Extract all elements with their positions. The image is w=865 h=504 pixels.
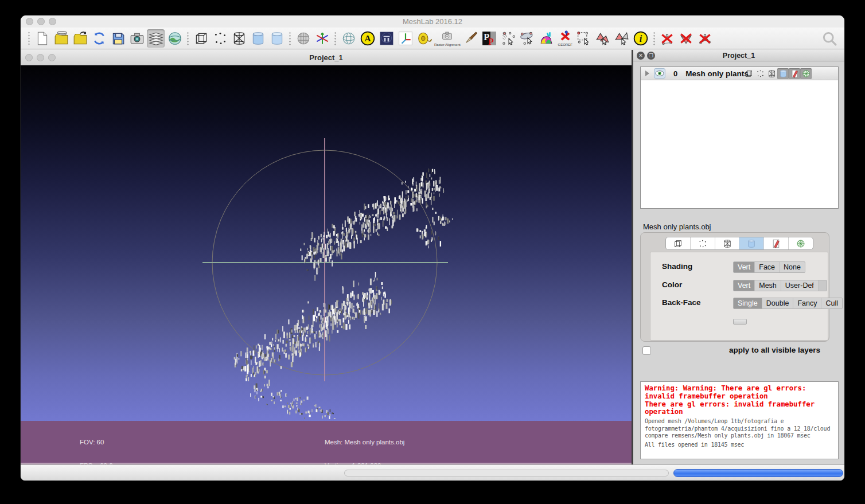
- raster-alignment-button[interactable]: Raster Alignment: [434, 29, 461, 48]
- delete-selection-button[interactable]: [696, 29, 714, 48]
- texture-mode-button[interactable]: [294, 29, 312, 48]
- layer-name: Mesh only plants: [685, 69, 749, 78]
- smooth-render-button[interactable]: [268, 29, 286, 48]
- axes-toggle-button[interactable]: [313, 29, 331, 48]
- points-render-button[interactable]: [211, 29, 229, 48]
- show-layer-dialog-button[interactable]: [147, 29, 165, 48]
- toolbar-separator: [289, 32, 291, 45]
- new-document-button[interactable]: [33, 29, 51, 48]
- delete-selected-faces-button[interactable]: [659, 29, 676, 48]
- layer-row[interactable]: 0 Mesh only plants: [641, 67, 838, 80]
- layer-wireframe-icon[interactable]: [766, 68, 777, 79]
- viewport-info-bar: FOV: 60 FPS: 60.6 BO_RENDERING Mesh: Mes…: [21, 421, 632, 464]
- mdi-workspace: Project_1 FOV: 60 FPS: 60.6 BO_RENDERING…: [21, 50, 844, 464]
- log-output[interactable]: Warning: Warning: There are gl errors: i…: [640, 381, 839, 459]
- expand-arrow-icon[interactable]: [645, 71, 649, 76]
- progress-bar-filled[interactable]: [673, 469, 843, 477]
- log-entry-info: All files opened in 18145 msec: [645, 442, 834, 449]
- visibility-eye-icon[interactable]: [654, 68, 665, 79]
- row-back-face: Back-FaceSingleDoubleFancyCull: [650, 298, 828, 308]
- mesh-render-canvas[interactable]: [21, 65, 632, 419]
- trackball-toggle-button[interactable]: [340, 29, 357, 48]
- shading-vert-button[interactable]: Vert: [734, 262, 755, 272]
- tab-facecolor[interactable]: [764, 237, 789, 249]
- back-face-double-button[interactable]: Double: [762, 298, 794, 308]
- color-swatch-button[interactable]: [819, 280, 827, 291]
- color-user-def-button[interactable]: User-Def: [781, 280, 819, 291]
- bbox-render-button[interactable]: [192, 29, 210, 48]
- measure-tool-button[interactable]: [415, 29, 433, 48]
- project-child-window: Project_1 FOV: 60 FPS: 60.6 BO_RENDERING…: [21, 50, 633, 464]
- log-entry-warning: There are gl errors: invalid framebuffer…: [645, 401, 834, 417]
- layer-bbox-icon[interactable]: [743, 68, 754, 79]
- hidden-lines-render-button[interactable]: [249, 29, 267, 48]
- open-project-button[interactable]: [52, 29, 70, 48]
- hud-mesh-name: Mesh: Mesh only plants.obj: [325, 439, 404, 447]
- layer-index: 0: [673, 69, 677, 78]
- child-titlebar[interactable]: Project_1: [21, 50, 632, 65]
- gl-viewport[interactable]: FOV: 60 FPS: 60.6 BO_RENDERING Mesh: Mes…: [21, 65, 632, 464]
- tab-solid[interactable]: [739, 237, 764, 249]
- toolbar-grip[interactable]: [28, 32, 30, 45]
- save-button[interactable]: [109, 29, 127, 48]
- search-icon[interactable]: [822, 31, 837, 49]
- axis-frame-button[interactable]: [396, 29, 414, 48]
- info-toggle-button[interactable]: i: [632, 29, 650, 48]
- tab-texture[interactable]: [789, 237, 813, 249]
- background-toggle-button[interactable]: [377, 29, 395, 48]
- layer-facecolor-icon[interactable]: [789, 68, 800, 79]
- align-tool-button[interactable]: [500, 29, 517, 48]
- show-raster-button[interactable]: [166, 29, 184, 48]
- svg-text:i: i: [640, 33, 642, 44]
- backface-color-swatch[interactable]: [733, 319, 747, 325]
- select-vertices-button[interactable]: [575, 29, 593, 48]
- select-faces-rect-button[interactable]: [613, 29, 631, 48]
- layer-render-icons: [743, 68, 812, 79]
- current-mesh-label: Mesh only plants.obj: [643, 222, 711, 231]
- row-back-face-label: Back-Face: [662, 298, 701, 307]
- layer-points-icon[interactable]: [754, 68, 766, 79]
- row-shading-label: Shading: [662, 262, 692, 271]
- svg-text:P: P: [488, 36, 494, 45]
- point-orientation-button[interactable]: [519, 29, 536, 48]
- import-mesh-button[interactable]: [71, 29, 89, 48]
- row-back-face-segmented: SingleDoubleFancyCull: [733, 298, 843, 309]
- point-picking-button[interactable]: PP: [481, 29, 498, 48]
- row-shading: ShadingVertFaceNone: [650, 261, 828, 272]
- toolbar-separator: [653, 32, 655, 45]
- hud-fov: FOV: 60: [80, 439, 133, 447]
- toolbar-separator: [334, 32, 336, 45]
- back-face-single-button[interactable]: Single: [734, 298, 762, 308]
- text-overlay-button[interactable]: A: [359, 29, 376, 48]
- layer-texture-icon[interactable]: [800, 68, 812, 79]
- shading-none-button[interactable]: None: [780, 262, 805, 272]
- shading-face-button[interactable]: Face: [755, 262, 780, 272]
- raster-alignment-button-label: Raster Alignment: [434, 43, 461, 46]
- row-shading-segmented: VertFaceNone: [733, 261, 805, 273]
- reload-button[interactable]: [90, 29, 108, 48]
- apply-all-checkbox[interactable]: [642, 346, 651, 355]
- tab-wireframe[interactable]: [715, 237, 740, 249]
- panel-titlebar[interactable]: ✕ ❐ Project_1: [633, 50, 844, 61]
- log-entry-warning: Warning: Warning: There are gl errors: i…: [645, 385, 834, 401]
- child-window-title: Project_1: [21, 53, 632, 62]
- back-face-cull-button[interactable]: Cull: [821, 298, 842, 308]
- quality-mapper-button[interactable]: [537, 29, 555, 48]
- color-vert-button[interactable]: Vert: [734, 280, 755, 291]
- georef-button[interactable]: GEOREF: [556, 29, 574, 48]
- tab-bbox[interactable]: [666, 237, 691, 249]
- row-color-label: Color: [662, 280, 682, 289]
- select-faces-button[interactable]: [594, 29, 612, 48]
- svg-text:A: A: [364, 33, 371, 43]
- color-mesh-button[interactable]: Mesh: [755, 280, 781, 291]
- window-titlebar[interactable]: MeshLab 2016.12: [21, 15, 844, 28]
- wireframe-render-button[interactable]: [230, 29, 248, 48]
- georef-button-label: GEOREF: [558, 43, 572, 46]
- panel-title: Project_1: [633, 52, 844, 60]
- delete-selected-vertices-button[interactable]: [677, 29, 695, 48]
- snapshot-button[interactable]: [128, 29, 146, 48]
- layer-smooth-icon[interactable]: [777, 68, 789, 79]
- back-face-fancy-button[interactable]: Fancy: [793, 298, 821, 308]
- paint-tool-button[interactable]: [462, 29, 480, 48]
- tab-points[interactable]: [691, 237, 715, 249]
